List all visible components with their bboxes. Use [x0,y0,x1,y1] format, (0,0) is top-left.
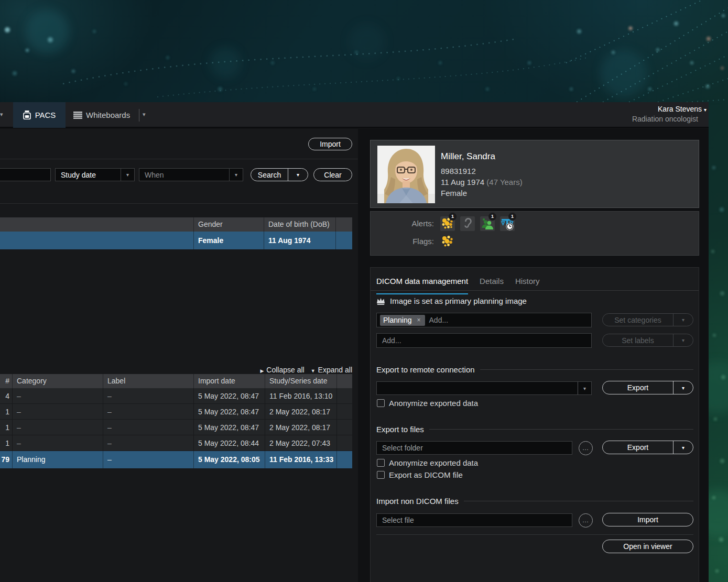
col-gender: Gender [194,217,264,232]
chevron-down-icon[interactable]: ▾ [578,382,591,394]
category-chip: Planning× [380,315,425,326]
study-date-select[interactable]: Study date ▾ [55,168,135,181]
content-area: Import Study date ▾ When ▾ Search ▾ Clea… [0,129,709,582]
set-categories-button[interactable]: Set categories ▾ [602,313,693,326]
study-row[interactable]: 1 – – 5 May 2022, 08:47 2 May 2022, 08:1… [0,420,352,435]
open-in-viewer-button[interactable]: Open in viewer [602,540,693,553]
study-row[interactable]: 1 – – 5 May 2022, 08:44 2 May 2022, 07:4… [0,435,352,451]
tab-pacs-label: PACS [35,111,56,119]
tab-details[interactable]: Details [480,277,504,294]
when-select[interactable]: When ▾ [139,168,243,181]
export-remote-button[interactable]: Export ▾ [602,381,693,394]
patients-table-header: Gender Date of birth (DoB) [0,217,352,232]
expand-all-label: Expand all [318,366,352,374]
export-files-button[interactable]: Export ▾ [602,441,693,454]
chevron-down-icon[interactable]: ▾ [0,111,3,118]
search-options-caret[interactable]: ▾ [288,169,308,181]
tab-whiteboards-label: Whiteboards [86,111,130,119]
alert-badge: 1 [508,213,516,221]
study-row-selected[interactable]: 79 Planning – 5 May 2022, 08:05 11 Feb 2… [0,451,352,468]
user-name: Kara Stevens [658,105,702,113]
export-remote-caret[interactable]: ▾ [673,381,693,394]
anonymize-remote-checkbox[interactable]: Anonymize exported data [377,399,478,408]
study-date-value: Study date [56,171,121,179]
divider [371,290,699,291]
pacs-jar-icon [23,111,31,119]
whiteboards-list-icon [73,112,82,119]
categories-input[interactable]: Planning× Add... [376,313,592,327]
remove-category-icon[interactable]: × [416,316,422,324]
set-labels-label: Set labels [603,335,673,346]
collapse-icon: ▶ [260,368,264,374]
divider [0,159,358,159]
tab-bar: DICOM data management Details History [376,277,540,294]
import-studies-button[interactable]: Import [308,138,352,150]
screen: ▾ PACS Whiteboards ▾ [0,0,728,582]
clear-label: Clear [324,171,341,179]
col-label: Label [103,374,194,388]
tab-history[interactable]: History [515,277,540,294]
allergy-flag-icon[interactable] [440,234,455,249]
select-file-input[interactable]: Select file [376,513,572,527]
select-folder-input[interactable]: Select folder [376,441,572,455]
select-file-placeholder: Select file [382,516,414,524]
patient-age: (47 Years) [486,178,522,186]
chevron-down-icon: ▾ [704,107,707,113]
remote-connection-select[interactable]: ▾ [376,381,592,395]
labels-placeholder: Add... [382,336,401,345]
col-dob: Date of birth (DoB) [264,217,336,232]
export-as-dicom-checkbox[interactable]: Export as DICOM file [377,470,463,479]
set-categories-caret[interactable]: ▾ [673,314,693,326]
labels-input[interactable]: Add... [376,333,592,348]
anonymize-files-label: Anonymize exported data [389,458,478,467]
export-files-label: Export [603,442,673,453]
chevron-down-icon[interactable]: ▾ [121,169,134,181]
export-as-dicom-label: Export as DICOM file [389,470,463,479]
export-files-caret[interactable]: ▾ [673,441,693,454]
study-row[interactable]: 4 – – 5 May 2022, 08:47 11 Feb 2016, 13:… [0,388,352,404]
left-panel: Import Study date ▾ When ▾ Search ▾ Clea… [0,129,358,582]
collapse-all-label: Collapse all [266,366,304,374]
col-category: Category [13,374,103,388]
expand-all-button[interactable]: ▼Expand all [311,366,352,374]
col-import-date: Import date [194,374,265,388]
expand-icon: ▼ [311,368,316,374]
patient-search-input[interactable] [0,168,51,181]
search-button[interactable]: Search ▾ [251,168,308,181]
checkbox[interactable] [377,459,385,467]
patient-gender: Female [441,189,467,197]
tab-whiteboards[interactable]: Whiteboards [73,102,130,128]
alert-badge: 1 [488,213,496,221]
divider [139,109,139,122]
export-remote-label: Export [603,382,673,393]
checkbox[interactable] [377,399,385,407]
chevron-down-icon[interactable]: ▾ [229,169,243,181]
alerts-label: Alerts: [388,219,434,228]
alert-badge: 1 [449,213,457,221]
crown-icon [376,298,385,305]
anonymize-files-checkbox[interactable]: Anonymize exported data [377,458,478,467]
collapse-all-button[interactable]: ▶Collapse all [260,366,304,374]
checkbox[interactable] [377,471,385,479]
whiteboards-chevron-down-icon[interactable]: ▾ [143,111,146,118]
col-study-date: Study/Series date [265,374,337,388]
user-menu[interactable]: Kara Stevens ▾ [632,105,707,114]
tab-dicom-data-management[interactable]: DICOM data management [376,277,468,294]
hearing-alert-icon[interactable] [460,216,475,231]
patient-row-selected[interactable]: Female 11 Aug 1974 [0,232,352,249]
studies-table-header: # Category Label Import date Study/Serie… [0,374,352,388]
dicom-panel: DICOM data management Details History Im… [370,267,699,582]
user-role: Radiation oncologist [632,114,707,124]
set-labels-button[interactable]: Set labels ▾ [602,334,693,347]
select-folder-placeholder: Select folder [382,444,423,452]
import-file-button[interactable]: Import [602,513,693,526]
tab-pacs[interactable]: PACS [13,102,66,128]
set-labels-caret[interactable]: ▾ [673,334,693,346]
browse-folder-button[interactable]: ... [579,441,593,455]
categories-placeholder: Add... [429,316,449,324]
study-row[interactable]: 1 – – 5 May 2022, 08:47 2 May 2022, 08:1… [0,404,352,420]
open-in-viewer-label: Open in viewer [623,542,672,551]
clear-button[interactable]: Clear [313,168,352,181]
browse-file-button[interactable]: ... [579,513,593,528]
patient-id: 89831912 [441,167,476,175]
